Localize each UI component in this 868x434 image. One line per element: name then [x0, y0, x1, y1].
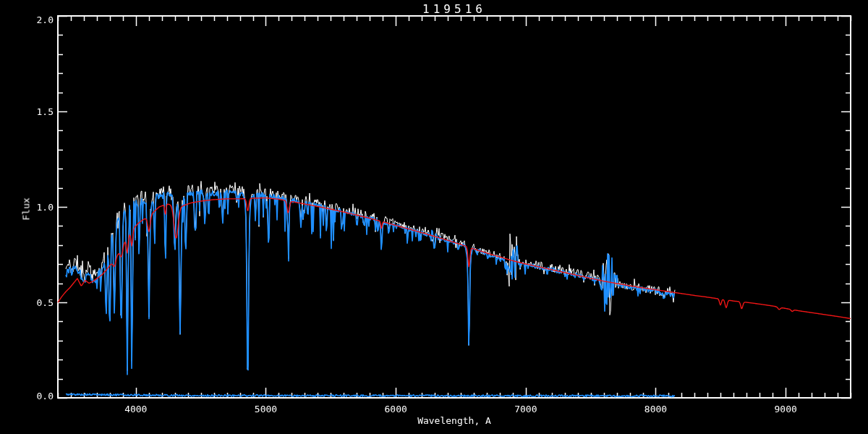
spectrum-plot-canvas	[0, 0, 868, 434]
x-tick-label: 8000	[644, 404, 667, 414]
y-tick-label: 0.0	[1, 391, 54, 401]
y-tick-label: 0.5	[1, 297, 54, 308]
y-tick-label: 1.5	[1, 106, 54, 117]
y-tick-label: 1.0	[1, 202, 54, 213]
y-tick-label: 2.0	[1, 14, 54, 25]
x-tick-label: 6000	[384, 404, 407, 414]
spectrum-chart: 119516 Wavelength, A Flux 40005000600070…	[0, 0, 868, 434]
x-tick-label: 9000	[775, 404, 797, 414]
x-tick-label: 4000	[124, 404, 147, 414]
x-axis-label: Wavelength, A	[417, 415, 491, 426]
x-tick-label: 5000	[255, 404, 277, 414]
chart-title: 119516	[422, 2, 486, 16]
x-tick-label: 7000	[514, 404, 537, 414]
